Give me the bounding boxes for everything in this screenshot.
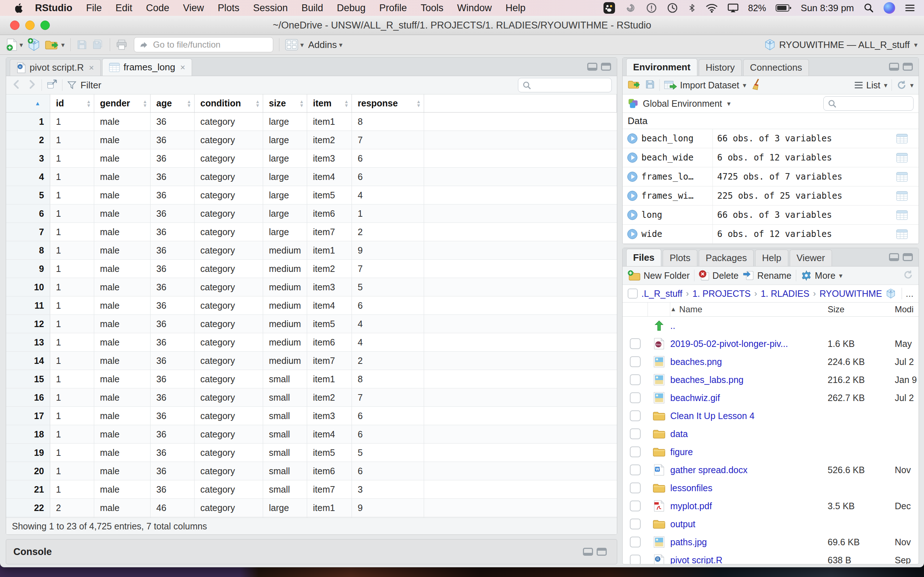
save-all-button[interactable] — [92, 39, 104, 50]
spiral-menu-icon[interactable] — [625, 2, 636, 14]
console-maximize-button[interactable] — [597, 548, 607, 556]
column-header-age[interactable]: age▲▼ — [150, 95, 195, 112]
environment-object-frames-wi[interactable]: frames_wi… 225 obs. of 25 variables — [623, 187, 919, 206]
view-table-icon[interactable] — [896, 210, 908, 220]
delete-file-button[interactable]: Delete — [699, 270, 738, 281]
load-workspace-button[interactable] — [628, 79, 641, 91]
tab-viewer[interactable]: Viewer — [790, 250, 832, 266]
file-row-lessonfiles[interactable]: lessonfiles — [623, 479, 919, 497]
back-button[interactable] — [11, 79, 22, 91]
file-checkbox[interactable] — [630, 429, 641, 439]
expand-object-icon[interactable] — [627, 152, 638, 163]
file-checkbox[interactable] — [630, 338, 641, 349]
table-row[interactable]: 211male36categorysmallitem73 — [6, 480, 617, 499]
list-view-button[interactable]: List ▾ — [854, 80, 887, 90]
column-header-id[interactable]: id▲▼ — [50, 95, 94, 112]
column-header-gender[interactable]: gender▲▼ — [94, 95, 150, 112]
new-project-button[interactable]: R — [27, 38, 40, 52]
save-button[interactable] — [76, 39, 87, 50]
file-row-beachwiz-gif[interactable]: beachwiz.gif 262.7 KB Jul 2 — [623, 389, 919, 407]
column-header-size[interactable]: size▲▼ — [263, 95, 307, 112]
file-name[interactable]: gather spread.docx — [670, 465, 828, 475]
close-tab-icon[interactable]: × — [89, 63, 94, 73]
file-name[interactable]: output — [670, 519, 828, 529]
menu-item-session[interactable]: Session — [246, 3, 294, 13]
goto-file-input[interactable] — [134, 37, 273, 52]
goto-file-search[interactable] — [134, 37, 273, 52]
import-dataset-button[interactable]: Import Dataset ▾ — [664, 80, 746, 90]
view-table-icon[interactable] — [896, 191, 908, 201]
table-row[interactable]: 151male36categorysmallitem18 — [6, 370, 617, 388]
file-name[interactable]: myplot.pdf — [670, 501, 828, 511]
view-table-icon[interactable] — [896, 153, 908, 163]
data-viewer-search-input[interactable] — [518, 78, 612, 92]
bluetooth-icon[interactable] — [688, 3, 696, 13]
tab-connections[interactable]: Connections — [743, 59, 809, 76]
file-checkbox[interactable] — [630, 392, 641, 403]
file-name[interactable]: lessonfiles — [670, 483, 828, 493]
menu-item-build[interactable]: Build — [294, 3, 330, 13]
rename-file-button[interactable]: Rename — [743, 270, 792, 281]
file-checkbox[interactable] — [630, 554, 641, 564]
siri-icon[interactable] — [884, 2, 895, 14]
refresh-environment-button[interactable]: ▾ — [896, 80, 914, 90]
file-name[interactable]: pivot script.R — [670, 555, 828, 564]
file-row-gather-spread-docx[interactable]: W gather spread.docx 526.6 KB Nov — [623, 461, 919, 479]
menu-item-code[interactable]: Code — [139, 3, 176, 13]
menu-item-window[interactable]: Window — [450, 3, 498, 13]
view-table-icon[interactable] — [896, 134, 908, 143]
source-minimize-button[interactable] — [587, 63, 597, 71]
file-row-up[interactable]: .. — [623, 317, 919, 335]
column-header-condition[interactable]: condition▲▼ — [195, 95, 263, 112]
file-row-2019-05-02-pivot-longer-piv[interactable]: Rmd 2019-05-02-pivot-longer-piv... 1.6 K… — [623, 335, 919, 353]
file-name[interactable]: .. — [670, 321, 828, 331]
breadcrumb-1-rladies[interactable]: 1. RLADIES — [761, 288, 809, 299]
files-header-modified[interactable]: Modi — [895, 305, 919, 314]
table-row[interactable]: 41male36categorylargeitem46 — [6, 168, 617, 186]
new-file-button[interactable]: ▾ — [6, 39, 23, 51]
alert-circle-icon[interactable] — [646, 2, 657, 14]
menu-item-plots[interactable]: Plots — [211, 3, 246, 13]
clear-workspace-button[interactable] — [751, 78, 763, 92]
file-name[interactable]: beachwiz.gif — [670, 393, 828, 403]
console-pane[interactable]: Console — [6, 539, 617, 564]
file-row-clean-it-up-lesson-4[interactable]: Clean It Up Lesson 4 — [623, 407, 919, 425]
expand-object-icon[interactable] — [627, 210, 638, 220]
close-tab-icon[interactable]: × — [180, 62, 185, 73]
refresh-files-button[interactable] — [903, 269, 914, 282]
data-viewer-search[interactable] — [518, 78, 612, 92]
spotlight-search-icon[interactable] — [863, 3, 874, 13]
table-row[interactable]: 161male36categorysmallitem27 — [6, 388, 617, 407]
breadcrumb-ryouwithme[interactable]: RYOUWITHME — [819, 288, 882, 299]
window-titlebar[interactable]: ~/OneDrive - UNSW/ALL_R_stuff/1. PROJECT… — [0, 16, 924, 35]
menu-item-tools[interactable]: Tools — [414, 3, 450, 13]
environment-object-beach-long[interactable]: beach_long 66 obs. of 3 variables — [623, 129, 919, 148]
file-name[interactable]: data — [670, 429, 828, 439]
tab-history[interactable]: History — [699, 59, 742, 76]
table-row[interactable]: 222male46categorylargeitem19 — [6, 499, 617, 517]
tab-plots[interactable]: Plots — [663, 250, 697, 266]
tab-environment[interactable]: Environment — [626, 58, 697, 76]
project-selector[interactable]: R RYOUWITHME — ALL_R_stuff ▾ — [764, 39, 918, 51]
minimize-window-button[interactable] — [25, 21, 35, 30]
menu-item-rstudio[interactable]: RStudio — [28, 3, 79, 13]
expand-object-icon[interactable] — [627, 133, 638, 144]
expand-object-icon[interactable] — [627, 229, 638, 239]
environment-object-frames-lo[interactable]: frames_lo… 4725 obs. of 7 variables — [623, 167, 919, 187]
file-row-paths-jpg[interactable]: paths.jpg 69.6 KB Nov — [623, 533, 919, 551]
file-row-output[interactable]: output — [623, 515, 919, 533]
files-sort-name[interactable]: ▲ Name — [670, 305, 828, 314]
pane-layout-button[interactable]: ▾ — [285, 39, 304, 50]
environment-maximize-button[interactable] — [903, 63, 913, 71]
environment-object-wide[interactable]: wide 6 obs. of 12 variables — [623, 225, 919, 244]
table-row[interactable]: 11male36categorylargeitem18 — [6, 113, 617, 131]
file-checkbox[interactable] — [630, 356, 641, 367]
table-row[interactable]: 191male36categorysmallitem55 — [6, 443, 617, 462]
file-checkbox[interactable] — [630, 374, 641, 385]
file-row-pivot-script-r[interactable]: R pivot script.R 638 B Sep — [623, 551, 919, 564]
forward-button[interactable] — [26, 79, 37, 91]
file-name[interactable]: paths.jpg — [670, 537, 828, 548]
print-button[interactable] — [116, 39, 128, 50]
menu-item-file[interactable]: File — [79, 3, 109, 13]
column-header-item[interactable]: item▲▼ — [307, 95, 352, 112]
